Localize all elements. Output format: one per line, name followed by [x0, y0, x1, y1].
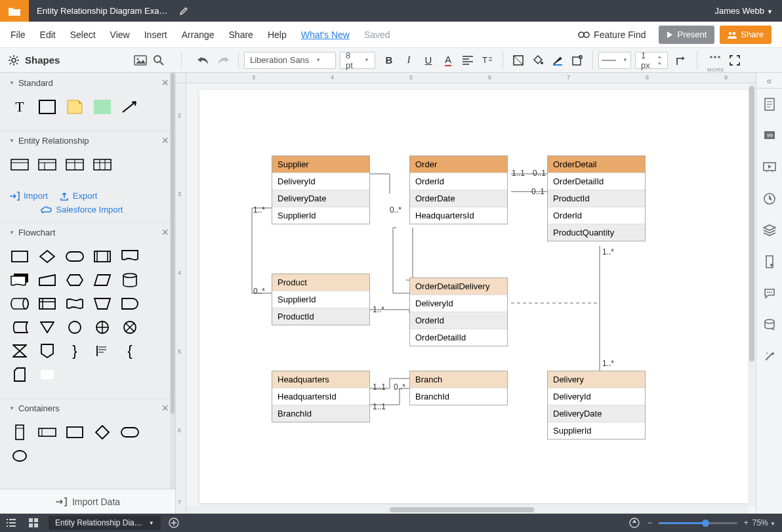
rect-shape[interactable]: [37, 98, 58, 116]
fc-merge[interactable]: [37, 318, 58, 337]
present-button[interactable]: Present: [659, 26, 714, 44]
close-icon[interactable]: ×: [161, 134, 169, 148]
fc-collate[interactable]: [9, 342, 30, 360]
er-shape-1[interactable]: [9, 155, 30, 174]
fc-hexagon[interactable]: [64, 271, 85, 289]
entity-delivery[interactable]: Delivery DeliveryId DeliveryDate Supplie…: [547, 371, 646, 440]
fill-color-button[interactable]: [529, 52, 546, 69]
menu-file[interactable]: File: [10, 30, 26, 40]
page-tab[interactable]: Entity Relationship Dia…▼: [49, 516, 161, 530]
fc-brace-left[interactable]: {: [119, 342, 140, 360]
grid-view-icon[interactable]: [22, 514, 45, 532]
entity-product[interactable]: Product SupplierId ProductId: [272, 274, 370, 325]
cont-circle[interactable]: [9, 447, 30, 465]
add-page-button[interactable]: [165, 518, 183, 528]
zoom-level[interactable]: 75% ▼: [752, 518, 775, 527]
shapes-settings-icon[interactable]: [8, 54, 20, 66]
er-shape-3[interactable]: [64, 155, 85, 174]
section-containers[interactable]: ▼Containers×: [0, 398, 175, 418]
bold-button[interactable]: B: [381, 52, 398, 69]
rail-page-icon[interactable]: [756, 89, 783, 120]
line-style-select[interactable]: ▼: [598, 52, 631, 69]
fc-brace-right[interactable]: }: [64, 342, 85, 360]
close-icon[interactable]: ×: [161, 401, 169, 415]
cont-pill[interactable]: [119, 423, 140, 441]
arrow-shape[interactable]: [119, 98, 140, 116]
menu-help[interactable]: Help: [268, 30, 287, 40]
entity-headquarters[interactable]: Headquarters HeadquartersId BranchId: [272, 371, 370, 422]
more-tools-button[interactable]: [707, 52, 724, 62]
document-title[interactable]: Entity Relationship Diagram Exa…: [29, 6, 175, 16]
image-tool-icon[interactable]: [131, 51, 150, 70]
fc-manual-input[interactable]: [37, 271, 58, 289]
fc-decision[interactable]: [37, 247, 58, 266]
folder-icon[interactable]: [0, 0, 29, 22]
italic-button[interactable]: I: [400, 52, 417, 69]
fc-multidoc[interactable]: [9, 271, 30, 289]
left-panel-scrollbar[interactable]: [170, 73, 175, 489]
feature-find-button[interactable]: Feature Find: [578, 30, 646, 40]
import-data-button[interactable]: Import Data: [0, 489, 175, 514]
cont-rect[interactable]: [64, 423, 85, 441]
outline-view-icon[interactable]: [0, 514, 22, 532]
zoom-out-button[interactable]: −: [648, 518, 652, 527]
cont-diamond[interactable]: [92, 423, 113, 441]
canvas-scrollbar-v[interactable]: [748, 83, 756, 506]
canvas-scrollbar-h[interactable]: [186, 506, 748, 514]
er-shape-2[interactable]: [37, 155, 58, 174]
share-button[interactable]: Share: [720, 26, 772, 44]
block-shape[interactable]: [92, 98, 113, 116]
fc-internal-storage[interactable]: [37, 295, 58, 313]
shape-style-button[interactable]: [510, 52, 527, 69]
fc-process[interactable]: [9, 247, 30, 266]
align-button[interactable]: [459, 52, 476, 69]
fc-manual-op[interactable]: [92, 295, 113, 313]
fc-note[interactable]: [92, 342, 113, 360]
text-shape[interactable]: T: [9, 98, 30, 116]
user-menu[interactable]: James Webb▼: [705, 6, 782, 16]
font-size-select[interactable]: 8 pt▼: [340, 52, 375, 69]
menu-whatsnew[interactable]: What's New: [301, 30, 350, 40]
er-import-button[interactable]: Import: [9, 191, 48, 201]
collapse-right-panel[interactable]: «: [756, 73, 782, 89]
entity-order-detail[interactable]: OrderDetail OrderDetailId ProductId Orde…: [547, 155, 646, 241]
search-shapes-icon[interactable]: [150, 51, 168, 70]
fc-connector[interactable]: [64, 318, 85, 337]
redo-button[interactable]: [215, 52, 232, 69]
rename-icon[interactable]: [179, 7, 188, 16]
undo-button[interactable]: [195, 52, 212, 69]
line-width-select[interactable]: 1 px: [635, 52, 668, 69]
fc-offpage[interactable]: [37, 342, 58, 360]
rail-layers-icon[interactable]: [756, 215, 783, 246]
rail-db-icon[interactable]: [756, 309, 783, 340]
page-surface[interactable]: Supplier DeliveryId DeliveryDate Supplie…: [199, 90, 756, 503]
menu-edit[interactable]: Edit: [40, 30, 56, 40]
menu-select[interactable]: Select: [70, 30, 96, 40]
border-color-button[interactable]: [549, 52, 566, 69]
text-color-button[interactable]: A: [440, 52, 457, 69]
rail-chat-icon[interactable]: [756, 277, 783, 309]
font-family-select[interactable]: Liberation Sans▼: [244, 52, 336, 69]
fc-terminator[interactable]: [64, 247, 85, 266]
section-flowchart[interactable]: ▼Flowchart×: [0, 222, 175, 242]
fc-direct-data[interactable]: [9, 295, 30, 313]
shape-options-button[interactable]: [569, 52, 586, 69]
fc-paper-tape[interactable]: [64, 295, 85, 313]
fc-data[interactable]: [92, 271, 113, 289]
note-shape[interactable]: [64, 98, 85, 116]
fc-database[interactable]: [119, 271, 140, 289]
entity-order[interactable]: Order OrderId OrderDate HeadquartersId: [409, 155, 508, 224]
fc-or[interactable]: [92, 318, 113, 337]
fc-stored-data[interactable]: [9, 318, 30, 337]
underline-button[interactable]: U: [420, 52, 437, 69]
zoom-slider[interactable]: [659, 522, 737, 524]
rail-data-icon[interactable]: [756, 246, 783, 277]
menu-insert[interactable]: Insert: [144, 30, 167, 40]
fc-junction[interactable]: [119, 318, 140, 337]
fc-predefined[interactable]: [92, 247, 113, 266]
rail-present-icon[interactable]: [756, 152, 783, 183]
close-icon[interactable]: ×: [161, 76, 169, 90]
salesforce-import-button[interactable]: Salesforce Import: [41, 205, 123, 215]
rail-comment-icon[interactable]: 99: [756, 120, 783, 152]
section-standard[interactable]: ▼Standard×: [0, 73, 175, 92]
